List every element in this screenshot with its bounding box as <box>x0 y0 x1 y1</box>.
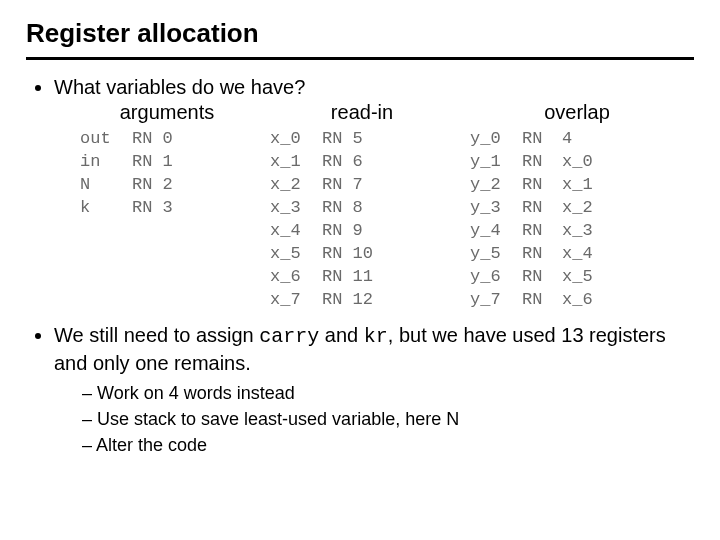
assign-pre: We still need to assign <box>54 324 259 346</box>
table-row: x_4RN 9 <box>262 220 381 243</box>
table-row: kRN 3 <box>72 197 181 220</box>
bullet-assign: We still need to assign carry and kr, bu… <box>54 322 694 458</box>
table-row: y_1RNx_0 <box>462 151 601 174</box>
table-row: y_5RNx_4 <box>462 243 601 266</box>
bullet-variables: What variables do we have? arguments out… <box>54 74 694 312</box>
rn-assignment: RN 5 <box>322 128 381 151</box>
list-item: Work on 4 words instead <box>82 381 694 405</box>
var-name: k <box>72 197 132 220</box>
rn-keyword: RN <box>522 151 562 174</box>
rn-assignment: RN 12 <box>322 289 381 312</box>
table-row: NRN 2 <box>72 174 181 197</box>
table-row: outRN 0 <box>72 128 181 151</box>
var-name: x_6 <box>262 266 322 289</box>
var-name: N <box>72 174 132 197</box>
var-name: in <box>72 151 132 174</box>
var-name: y_3 <box>462 197 522 220</box>
list-item: Use stack to save least-used variable, h… <box>82 407 694 431</box>
table-row: x_3RN 8 <box>262 197 381 220</box>
rn-value: x_6 <box>562 289 601 312</box>
table-row: y_0RN4 <box>462 128 601 151</box>
var-name: x_4 <box>262 220 322 243</box>
table-row: x_0RN 5 <box>262 128 381 151</box>
rn-value: x_5 <box>562 266 601 289</box>
var-name: y_4 <box>462 220 522 243</box>
code-kr: kr <box>364 325 388 348</box>
col-readin: read-in x_0RN 5x_1RN 6x_2RN 7x_3RN 8x_4R… <box>262 99 462 312</box>
sub-list: Work on 4 words insteadUse stack to save… <box>54 381 694 458</box>
var-name: y_1 <box>462 151 522 174</box>
var-name: y_5 <box>462 243 522 266</box>
var-name: x_7 <box>262 289 322 312</box>
rn-value: 4 <box>562 128 601 151</box>
rn-keyword: RN <box>522 197 562 220</box>
register-columns: arguments outRN 0inRN 1NRN 2kRN 3 read-i… <box>54 99 694 312</box>
rn-keyword: RN <box>522 289 562 312</box>
rn-value: x_2 <box>562 197 601 220</box>
assign-mid: and <box>319 324 363 346</box>
rn-keyword: RN <box>522 128 562 151</box>
rn-assignment: RN 3 <box>132 197 181 220</box>
rn-assignment: RN 1 <box>132 151 181 174</box>
page-title: Register allocation <box>26 18 694 60</box>
rn-value: x_3 <box>562 220 601 243</box>
code-carry: carry <box>259 325 319 348</box>
table-row: x_7RN 12 <box>262 289 381 312</box>
var-name: y_6 <box>462 266 522 289</box>
table-arguments: outRN 0inRN 1NRN 2kRN 3 <box>72 128 181 220</box>
table-row: inRN 1 <box>72 151 181 174</box>
var-name: x_1 <box>262 151 322 174</box>
rn-value: x_4 <box>562 243 601 266</box>
rn-assignment: RN 10 <box>322 243 381 266</box>
var-name: x_5 <box>262 243 322 266</box>
rn-value: x_0 <box>562 151 601 174</box>
rn-keyword: RN <box>522 243 562 266</box>
table-overlap: y_0RN4y_1RNx_0y_2RNx_1y_3RNx_2y_4RNx_3y_… <box>462 128 601 312</box>
table-row: y_4RNx_3 <box>462 220 601 243</box>
rn-keyword: RN <box>522 266 562 289</box>
rn-value: x_1 <box>562 174 601 197</box>
var-name: x_3 <box>262 197 322 220</box>
col-overlap: overlap y_0RN4y_1RNx_0y_2RNx_1y_3RNx_2y_… <box>462 99 692 312</box>
var-name: out <box>72 128 132 151</box>
rn-assignment: RN 7 <box>322 174 381 197</box>
col-arguments-label: arguments <box>72 99 262 126</box>
rn-assignment: RN 11 <box>322 266 381 289</box>
var-name: x_0 <box>262 128 322 151</box>
var-name: y_2 <box>462 174 522 197</box>
table-readin: x_0RN 5x_1RN 6x_2RN 7x_3RN 8x_4RN 9x_5RN… <box>262 128 381 312</box>
col-arguments: arguments outRN 0inRN 1NRN 2kRN 3 <box>72 99 262 312</box>
col-overlap-label: overlap <box>462 99 692 126</box>
var-name: y_7 <box>462 289 522 312</box>
bullet-variables-text: What variables do we have? <box>54 76 305 98</box>
table-row: x_6RN 11 <box>262 266 381 289</box>
col-readin-label: read-in <box>262 99 462 126</box>
rn-keyword: RN <box>522 220 562 243</box>
table-row: y_6RNx_5 <box>462 266 601 289</box>
rn-assignment: RN 6 <box>322 151 381 174</box>
bullet-list: What variables do we have? arguments out… <box>26 74 694 457</box>
table-row: y_2RNx_1 <box>462 174 601 197</box>
table-row: y_7RNx_6 <box>462 289 601 312</box>
rn-assignment: RN 8 <box>322 197 381 220</box>
table-row: x_1RN 6 <box>262 151 381 174</box>
list-item: Alter the code <box>82 433 694 457</box>
rn-assignment: RN 0 <box>132 128 181 151</box>
table-row: x_5RN 10 <box>262 243 381 266</box>
table-row: y_3RNx_2 <box>462 197 601 220</box>
rn-assignment: RN 9 <box>322 220 381 243</box>
rn-assignment: RN 2 <box>132 174 181 197</box>
var-name: x_2 <box>262 174 322 197</box>
var-name: y_0 <box>462 128 522 151</box>
table-row: x_2RN 7 <box>262 174 381 197</box>
rn-keyword: RN <box>522 174 562 197</box>
